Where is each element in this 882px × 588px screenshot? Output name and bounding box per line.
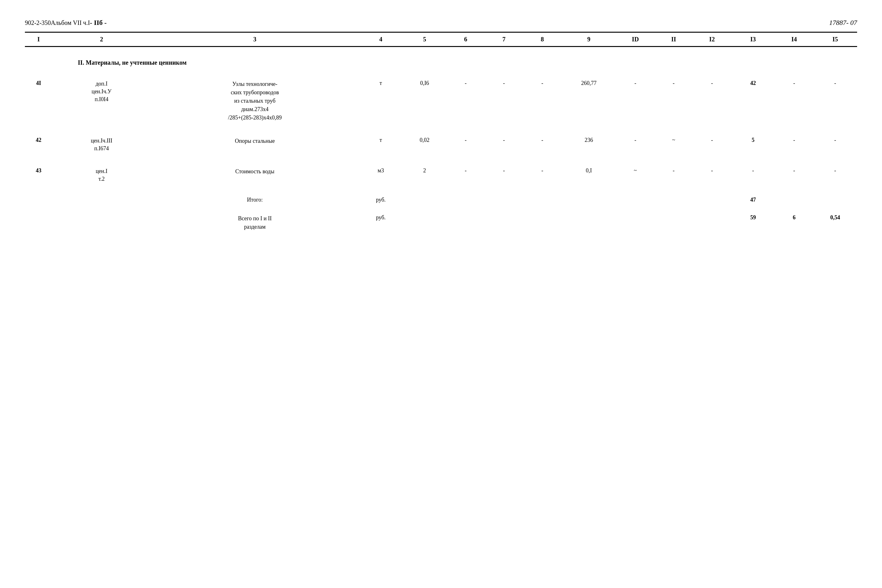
page-header: 902-2-350 Альбом VII ч.I - IIб - 17887- …	[25, 19, 857, 27]
c13-43: -	[731, 163, 775, 187]
col-header-3: 3	[151, 32, 359, 46]
col-header-11: II	[655, 32, 693, 46]
c9-43: 0,I	[562, 163, 616, 187]
c15-43: -	[813, 163, 857, 187]
stamp: 17887- 07	[829, 19, 857, 27]
qty-42: 0,02	[403, 132, 446, 157]
spacer3	[25, 126, 857, 132]
desc-41: Узлы технологиче- ских трубопроводов из …	[151, 76, 359, 126]
c10-41: -	[616, 76, 655, 126]
c15-42: -	[813, 132, 857, 157]
spacer	[25, 46, 857, 53]
row-num-43: 43	[25, 163, 52, 187]
col-header-5: 5	[403, 32, 446, 46]
c11-42: ~	[655, 132, 693, 157]
table-row: 42 цен.Iч.IIIп.I674 Опоры стальные т 0,0…	[25, 132, 857, 157]
vsego-col15: 0,54	[813, 211, 857, 233]
c14-41: -	[775, 76, 813, 126]
col-header-14: I4	[775, 32, 813, 46]
itogo-unit: руб.	[359, 194, 403, 205]
table-row: 43 цен.Iт.2 Стоимость воды м3 2 - - - 0,…	[25, 163, 857, 187]
c13-42: 5	[731, 132, 775, 157]
ref-41: доп.Iцен.Iч.Уп.I0I4	[52, 76, 151, 126]
itogo-col13: 47	[731, 194, 775, 205]
spacer5	[25, 187, 857, 194]
c6-42: -	[446, 132, 485, 157]
c7-43: -	[485, 163, 523, 187]
column-headers: I 2 3 4 5 6 7 8 9 ID II I2 I3 I4 I5	[25, 32, 857, 46]
unit-43: м3	[359, 163, 403, 187]
section-header-row: II. Материалы, не учтенные ценником	[25, 53, 857, 69]
col-header-10: ID	[616, 32, 655, 46]
c9-41: 260,77	[562, 76, 616, 126]
vsego-row: Всего по I и IIразделам руб. 59 6 0,54	[25, 211, 857, 233]
vsego-unit: руб.	[359, 211, 403, 233]
vsego-col13: 59	[731, 211, 775, 233]
spacer4	[25, 157, 857, 163]
c8-43: -	[523, 163, 562, 187]
c10-42: -	[616, 132, 655, 157]
c11-41: -	[655, 76, 693, 126]
itogo-label: Итого:	[151, 194, 359, 205]
spacer6	[25, 205, 857, 211]
c12-41: -	[693, 76, 731, 126]
col-header-6: 6	[446, 32, 485, 46]
page-label: - IIб -	[90, 19, 107, 27]
col-header-4: 4	[359, 32, 403, 46]
c11-43: -	[655, 163, 693, 187]
album-label: Альбом VII ч.I	[51, 19, 90, 27]
c8-41: -	[523, 76, 562, 126]
c8-42: -	[523, 132, 562, 157]
vsego-label: Всего по I и IIразделам	[151, 211, 359, 233]
row-num-41: 4I	[25, 76, 52, 126]
doc-number: 902-2-350	[25, 19, 51, 27]
row-num-42: 42	[25, 132, 52, 157]
unit-42: т	[359, 132, 403, 157]
c13-41: 42	[731, 76, 775, 126]
col-header-7: 7	[485, 32, 523, 46]
section-title: II. Материалы, не учтенные ценником	[25, 53, 359, 69]
c12-43: -	[693, 163, 731, 187]
unit-41: т	[359, 76, 403, 126]
c15-41: -	[813, 76, 857, 126]
col-header-8: 8	[523, 32, 562, 46]
qty-41: 0,I6	[403, 76, 446, 126]
main-table: I 2 3 4 5 6 7 8 9 ID II I2 I3 I4 I5 II. …	[25, 32, 857, 233]
c14-43: -	[775, 163, 813, 187]
col-header-12: I2	[693, 32, 731, 46]
c14-42: -	[775, 132, 813, 157]
spacer2	[25, 69, 857, 76]
c7-41: -	[485, 76, 523, 126]
col-header-1: I	[25, 32, 52, 46]
table-row: 4I доп.Iцен.Iч.Уп.I0I4 Узлы технологиче-…	[25, 76, 857, 126]
c7-42: -	[485, 132, 523, 157]
itogo-row: Итого: руб. 47	[25, 194, 857, 205]
vsego-col14: 6	[775, 211, 813, 233]
col-header-13: I3	[731, 32, 775, 46]
ref-42: цен.Iч.IIIп.I674	[52, 132, 151, 157]
col-header-2: 2	[52, 32, 151, 46]
qty-43: 2	[403, 163, 446, 187]
desc-43: Стоимость воды	[151, 163, 359, 187]
c12-42: -	[693, 132, 731, 157]
c6-43: -	[446, 163, 485, 187]
ref-43: цен.Iт.2	[52, 163, 151, 187]
col-header-9: 9	[562, 32, 616, 46]
c10-43: ~	[616, 163, 655, 187]
c6-41: -	[446, 76, 485, 126]
desc-42: Опоры стальные	[151, 132, 359, 157]
col-header-15: I5	[813, 32, 857, 46]
c9-42: 236	[562, 132, 616, 157]
